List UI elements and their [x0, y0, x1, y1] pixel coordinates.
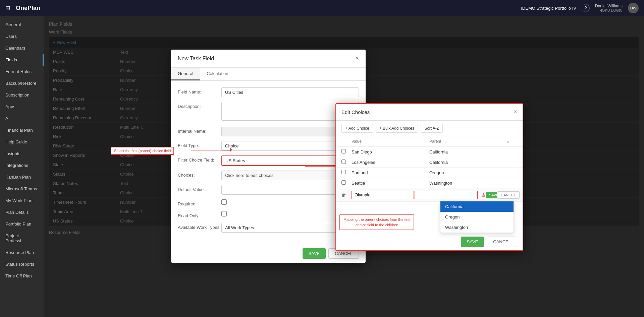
sidebar-item-users[interactable]: Users	[0, 30, 44, 42]
sidebar-item-project-professi[interactable]: Project Professi...	[0, 230, 44, 247]
choices-table-header: Value Parent #	[336, 136, 523, 147]
choice-checkbox[interactable]	[341, 149, 346, 153]
sidebar: General Users Calendars Fields Format Ru…	[0, 16, 44, 317]
sidebar-item-kanban-plan[interactable]: KanBan Plan	[0, 171, 44, 183]
read-only-checkbox[interactable]	[221, 211, 227, 216]
bulk-add-choices-button[interactable]: + Bulk Add Choices	[376, 124, 418, 133]
parent-dropdown: California Oregon Washington	[440, 201, 514, 233]
edit-choices-footer: SAVE CANCEL	[336, 233, 523, 250]
delete-icon[interactable]: 🗑	[341, 192, 346, 198]
read-only-label: Read Only:	[178, 211, 221, 218]
filter-choice-row: Filter Choice Field: US States ▼	[178, 155, 359, 166]
grid-icon[interactable]: ⊞	[5, 4, 10, 12]
parent-col-header: Parent	[429, 139, 507, 144]
topbar-right: !DEMO Strategic Portfolio IV ? Daniel Wi…	[521, 3, 639, 13]
sidebar-item-status-reports[interactable]: Status Reports	[0, 258, 44, 270]
sidebar-item-calendars[interactable]: Calendars	[0, 42, 44, 54]
choice-row-seattle: Seattle Washington	[336, 178, 523, 188]
work-types-row: Available Work Types: All Work Types ▼	[178, 223, 359, 233]
field-name-control	[221, 87, 359, 97]
edit-choices-close-button[interactable]: ×	[514, 109, 517, 116]
checkbox-col-header	[341, 139, 352, 144]
tab-general[interactable]: General	[171, 68, 200, 80]
choice-value: Los Angeles	[352, 160, 429, 165]
choice-parent: California	[429, 149, 507, 154]
sidebar-item-format-rules[interactable]: Format Rules	[0, 66, 44, 77]
choices-label: Choices:	[178, 171, 221, 178]
sidebar-item-my-work-plan[interactable]: My Work Plan	[0, 195, 44, 206]
user-name: Daniel Williams	[595, 4, 623, 8]
modal-header: New Task Field ×	[171, 50, 366, 68]
user-org: HOKU LOGIC	[595, 8, 623, 12]
dropdown-item-oregon[interactable]: Oregon	[440, 212, 514, 222]
edit-choices-toolbar: + Add Choice + Bulk Add Choices Sort A-Z	[336, 121, 523, 136]
modal-title: New Task Field	[178, 56, 214, 62]
sidebar-item-fields[interactable]: Fields	[0, 54, 44, 66]
app-logo: OnePlan	[16, 5, 40, 12]
edit-choices-cancel-button[interactable]: CANCEL	[487, 237, 517, 247]
sidebar-item-ai[interactable]: AI	[0, 113, 44, 124]
dropdown-item-california[interactable]: California	[440, 201, 514, 212]
user-info: Daniel Williams HOKU LOGIC	[595, 4, 623, 12]
choice-checkbox[interactable]	[341, 170, 346, 174]
field-type-row: Field Type: Choice ▼	[178, 141, 359, 151]
topbar: ⊞ OnePlan !DEMO Strategic Portfolio IV ?…	[0, 0, 644, 16]
edit-choices-save-button[interactable]: SAVE	[461, 237, 484, 247]
choice-checkbox[interactable]	[341, 160, 346, 164]
field-name-input[interactable]	[221, 87, 359, 97]
value-col-header: Value	[352, 139, 429, 144]
parent-choice-annotation: Select the first (parent) choice field	[111, 147, 174, 155]
tab-calculation[interactable]: Calculation	[200, 68, 235, 80]
choice-parent: Washington	[429, 181, 507, 186]
annotation-arrow-head	[230, 148, 234, 152]
choice-row-san-diego: San Diego California	[336, 147, 523, 157]
sidebar-item-insights[interactable]: Insights	[0, 148, 44, 160]
avatar[interactable]: DW	[628, 3, 639, 13]
choice-value: Seattle	[352, 181, 429, 186]
required-checkbox[interactable]	[221, 199, 227, 205]
choice-checkbox[interactable]	[341, 180, 346, 185]
sidebar-item-general[interactable]: General	[0, 19, 44, 30]
sidebar-item-microsoft-teams[interactable]: Microsoft Teams	[0, 183, 44, 195]
edit-choices-title: Edit Choices	[341, 109, 370, 115]
alert-icon: ⚠	[479, 192, 486, 198]
add-choice-button[interactable]: + Add Choice	[341, 124, 373, 133]
olympia-cancel-button[interactable]: CANCEL	[497, 191, 520, 199]
modal-tabs: General Calculation	[171, 68, 366, 81]
sidebar-item-resource-plan[interactable]: Resource Plan	[0, 247, 44, 258]
sidebar-item-financial-plan[interactable]: Financial Plan	[0, 124, 44, 136]
olympia-parent-input[interactable]	[415, 191, 478, 199]
dropdown-item-washington[interactable]: Washington	[440, 222, 514, 233]
sidebar-item-subscription[interactable]: Subscription	[0, 89, 44, 101]
default-value-label: Default Value:	[178, 185, 221, 192]
field-name-row: Field Name:	[178, 87, 359, 97]
save-button[interactable]: SAVE	[303, 248, 326, 259]
hash-col-header: #	[507, 139, 517, 144]
sidebar-item-time-off-plan[interactable]: Time Off Plan	[0, 270, 44, 282]
modal-close-button[interactable]: ×	[355, 55, 359, 62]
mapping-annotation: Mapping the parent choices from the firs…	[339, 214, 414, 230]
read-only-row: Read Only:	[178, 211, 359, 218]
edit-choices-modal: Edit Choices × + Add Choice + Bulk Add C…	[335, 103, 523, 251]
choice-value: San Diego	[352, 149, 429, 154]
choice-value: Portland	[352, 170, 429, 175]
choice-row-portland: Portland Oregon	[336, 168, 523, 178]
sidebar-item-help-guide[interactable]: Help Guide	[0, 136, 44, 148]
field-name-label: Field Name:	[178, 87, 221, 94]
choices-row: Choices: Click here to edit choices	[178, 171, 359, 180]
help-icon[interactable]: ?	[582, 4, 590, 12]
description-label: Description:	[178, 102, 221, 109]
choice-row-los-angeles: Los Angeles California	[336, 157, 523, 168]
sidebar-item-backup-restore[interactable]: Backup/Restore	[0, 77, 44, 89]
default-value-row: Default Value: ▼	[178, 185, 359, 195]
sidebar-item-apps[interactable]: Apps	[0, 101, 44, 113]
sidebar-item-integrations[interactable]: Integrations	[0, 160, 44, 171]
edit-choices-header: Edit Choices ×	[336, 104, 523, 121]
sidebar-item-portfolio-plan[interactable]: Portfolio Plan	[0, 218, 44, 230]
filter-choice-label: Filter Choice Field:	[178, 155, 221, 163]
olympia-value-input[interactable]	[352, 191, 414, 199]
sort-az-button[interactable]: Sort A-Z	[421, 124, 443, 133]
sidebar-item-plan-details[interactable]: Plan Details	[0, 206, 44, 218]
field-type-label: Field Type:	[178, 141, 221, 148]
main-content: Plan Fields Work Fields + New Field MSP …	[44, 16, 644, 317]
